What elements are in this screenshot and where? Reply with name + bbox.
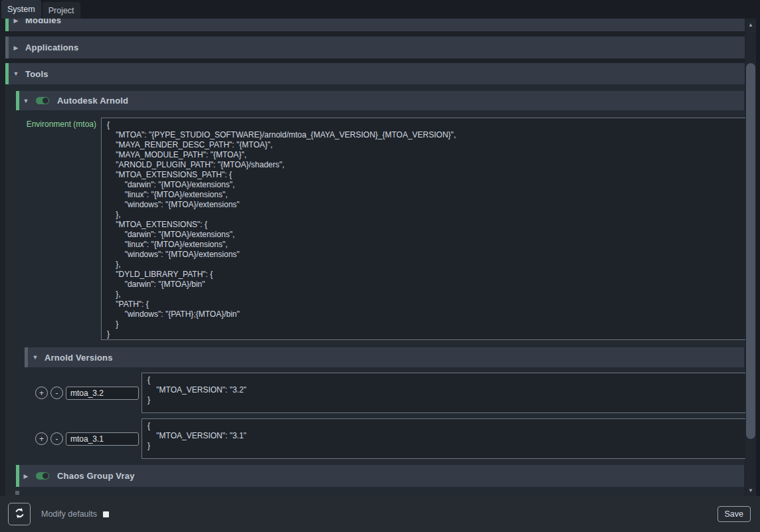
section-header-applications[interactable]: ▶ Applications bbox=[5, 37, 745, 58]
section-title-modules: Modules bbox=[25, 19, 61, 25]
vertical-scrollbar[interactable]: ▲ ▼ bbox=[745, 19, 756, 496]
section-title-applications: Applications bbox=[25, 43, 78, 52]
modify-defaults-label: Modify defaults bbox=[41, 509, 97, 519]
tab-system[interactable]: System bbox=[1, 0, 41, 19]
section-title-autodesk-arnold: Autodesk Arnold bbox=[57, 96, 128, 106]
section-title-tools: Tools bbox=[25, 69, 48, 79]
version-json-textarea[interactable]: { "MTOA_VERSION": "3.1" } bbox=[142, 418, 745, 459]
footer-bar: Modify defaults Save bbox=[0, 496, 760, 532]
toggle-knob bbox=[43, 473, 48, 479]
version-name-input[interactable] bbox=[66, 387, 139, 400]
vray-enabled-toggle[interactable] bbox=[36, 472, 49, 480]
chevron-right-icon: ▶ bbox=[12, 44, 20, 51]
chevron-right-icon: ▶ bbox=[12, 19, 20, 24]
section-header-arnold-versions[interactable]: ▼ Arnold Versions bbox=[25, 347, 744, 367]
arnold-versions-section: ▼ Arnold Versions + - { "MTOA_VERSION": … bbox=[25, 347, 745, 459]
settings-tab-bar: System Project bbox=[0, 0, 760, 19]
refresh-icon bbox=[14, 507, 25, 521]
section-header-autodesk-arnold[interactable]: ▼ Autodesk Arnold bbox=[16, 91, 744, 110]
tab-project-label: Project bbox=[48, 6, 74, 15]
environment-field-label: Environment (mtoa) bbox=[16, 118, 96, 129]
add-version-button[interactable]: + bbox=[35, 387, 48, 399]
environment-field-row: Environment (mtoa) { "MTOA": "{PYPE_STUD… bbox=[16, 118, 745, 340]
refresh-button[interactable] bbox=[8, 503, 31, 525]
environment-json-textarea[interactable]: { "MTOA": "{PYPE_STUDIO_SOFTWARE}/arnold… bbox=[101, 118, 745, 340]
chevron-down-icon: ▼ bbox=[31, 354, 39, 361]
modify-defaults-checkbox[interactable] bbox=[103, 511, 109, 517]
section-header-modules[interactable]: ▶ Modules bbox=[5, 19, 745, 31]
remove-version-button[interactable]: - bbox=[50, 387, 63, 399]
version-row: + - { "MTOA_VERSION": "3.2" } bbox=[25, 373, 745, 413]
tab-project[interactable]: Project bbox=[43, 2, 80, 19]
next-section-partial bbox=[15, 491, 19, 495]
arnold-enabled-toggle[interactable] bbox=[36, 97, 49, 104]
toggle-knob bbox=[43, 98, 48, 104]
save-button[interactable]: Save bbox=[717, 506, 751, 522]
add-version-button[interactable]: + bbox=[35, 432, 48, 445]
chevron-down-icon: ▼ bbox=[22, 98, 30, 104]
scroll-up-button[interactable]: ▲ bbox=[745, 19, 756, 31]
version-name-input[interactable] bbox=[66, 432, 139, 446]
tab-system-label: System bbox=[7, 5, 35, 14]
scrollbar-thumb[interactable] bbox=[746, 63, 755, 439]
version-row: + - { "MTOA_VERSION": "3.1" } bbox=[25, 418, 745, 459]
section-header-tools[interactable]: ▼ Tools bbox=[5, 63, 745, 84]
section-header-chaos-group-vray[interactable]: ▶ Chaos Group Vray bbox=[16, 465, 744, 487]
chevron-down-icon: ▼ bbox=[12, 70, 20, 77]
chevron-right-icon: ▶ bbox=[22, 473, 30, 480]
section-title-chaos-group-vray: Chaos Group Vray bbox=[57, 471, 135, 481]
settings-scroll-area: ▶ Modules ▶ Applications ▼ Tools ▼ Autod… bbox=[0, 19, 745, 496]
tools-section-body: ▼ Autodesk Arnold Environment (mtoa) { "… bbox=[5, 84, 745, 496]
remove-version-button[interactable]: - bbox=[50, 432, 63, 445]
version-json-textarea[interactable]: { "MTOA_VERSION": "3.2" } bbox=[142, 373, 745, 413]
scroll-down-button[interactable]: ▼ bbox=[745, 484, 756, 496]
section-title-arnold-versions: Arnold Versions bbox=[45, 353, 113, 363]
